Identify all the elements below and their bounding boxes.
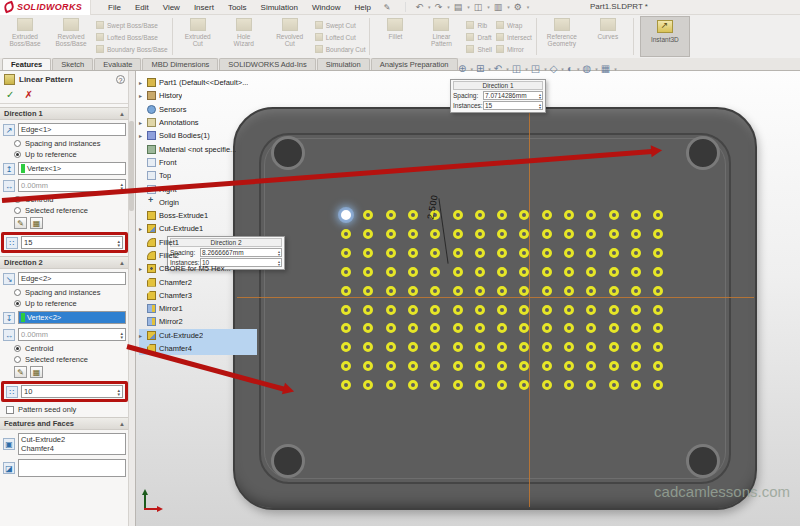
pattern-hole[interactable] [430, 342, 440, 352]
ribbon-small-button[interactable]: Lofted Boss/Base [94, 31, 170, 43]
direction2-reference-field[interactable]: Vertex<2> [18, 311, 126, 324]
pattern-hole[interactable] [453, 342, 463, 352]
pattern-hole[interactable] [363, 267, 373, 277]
pattern-hole[interactable] [408, 361, 418, 371]
tree-item[interactable]: Boss-Extrude1 [139, 209, 257, 222]
pattern-hole[interactable] [497, 305, 507, 315]
toggle-button[interactable]: ▦ [30, 217, 43, 229]
radio-icon[interactable] [14, 356, 21, 363]
pattern-hole[interactable] [564, 323, 574, 333]
hud-icon[interactable]: ▦ [601, 63, 610, 74]
quick-access-icon[interactable]: ↶ [416, 2, 424, 12]
pattern-hole[interactable] [586, 229, 596, 239]
pattern-hole[interactable] [497, 229, 507, 239]
section-features-faces[interactable]: Features and Faces ▲ [0, 417, 129, 430]
dropdown-caret-icon[interactable]: ▾ [488, 66, 491, 72]
ribbon-button[interactable]: Linear Pattern [418, 16, 464, 57]
pattern-hole[interactable] [631, 210, 641, 220]
pattern-hole[interactable] [386, 342, 396, 352]
pattern-hole[interactable] [609, 342, 619, 352]
corner-hole[interactable] [271, 136, 305, 170]
pattern-hole[interactable] [363, 361, 373, 371]
pattern-hole[interactable] [586, 248, 596, 258]
dropdown-caret-icon[interactable]: ▾ [527, 4, 530, 10]
pattern-hole[interactable] [564, 267, 574, 277]
tree-item[interactable]: ▸ Solid Bodies(1) [139, 129, 257, 142]
pattern-hole[interactable] [631, 305, 641, 315]
tree-item[interactable]: Mirror2 [139, 315, 257, 328]
pattern-hole[interactable] [653, 342, 663, 352]
panel-scrollbar-thumb[interactable] [129, 121, 134, 211]
tab[interactable]: MBD Dimensions [142, 58, 218, 70]
pattern-hole[interactable] [341, 380, 351, 390]
pattern-hole[interactable] [408, 210, 418, 220]
ribbon-small-button[interactable]: Draft [464, 31, 493, 43]
pattern-hole[interactable] [475, 248, 485, 258]
menu-item[interactable]: File [101, 2, 128, 13]
pattern-hole[interactable] [631, 286, 641, 296]
dropdown-caret-icon[interactable]: ▾ [506, 66, 509, 72]
ribbon-small-button[interactable]: Lofted Cut [313, 31, 368, 43]
pattern-hole[interactable] [453, 229, 463, 239]
pattern-hole[interactable] [564, 286, 574, 296]
faces-list[interactable] [18, 459, 126, 477]
direction2-instances-field[interactable]: 10 ▴▾ [21, 385, 123, 398]
toggle-button[interactable]: ✎ [14, 366, 27, 378]
radio-spacing-instances[interactable]: Spacing and instances [0, 138, 129, 148]
pattern-hole[interactable] [542, 267, 552, 277]
hud-icon[interactable]: ⊞ [476, 63, 484, 74]
pattern-hole[interactable] [564, 342, 574, 352]
spinner[interactable]: ▴▾ [539, 93, 541, 99]
radio-up-to-reference[interactable]: Up to reference [0, 298, 129, 308]
radio-selected-reference[interactable]: Selected reference [0, 354, 129, 364]
dropdown-caret-icon[interactable]: ▾ [577, 66, 580, 72]
pattern-hole[interactable] [475, 361, 485, 371]
pattern-hole[interactable] [430, 248, 440, 258]
pattern-hole[interactable] [609, 210, 619, 220]
pattern-hole[interactable] [408, 323, 418, 333]
pattern-hole[interactable] [363, 305, 373, 315]
pattern-hole[interactable] [586, 305, 596, 315]
pattern-hole[interactable] [631, 323, 641, 333]
tree-item[interactable]: Fillet1 [139, 236, 257, 249]
panel-scrollbar[interactable] [128, 71, 135, 526]
expand-caret-icon[interactable]: ▸ [139, 119, 147, 126]
pattern-hole[interactable] [408, 229, 418, 239]
tree-item[interactable]: Sensors [139, 103, 257, 116]
tree-item[interactable]: Origin [139, 196, 257, 209]
pattern-hole[interactable] [497, 267, 507, 277]
expand-caret-icon[interactable]: ▸ [139, 265, 147, 272]
ribbon-button[interactable]: Extruded Cut [175, 16, 221, 57]
radio-icon[interactable] [14, 207, 21, 214]
dropdown-caret-icon[interactable]: ▾ [525, 66, 528, 72]
features-list-item[interactable]: Cut-Extrude2 [21, 435, 123, 444]
pattern-hole[interactable] [341, 286, 351, 296]
tab[interactable]: Features [2, 58, 51, 70]
pattern-hole[interactable] [564, 229, 574, 239]
pattern-hole[interactable] [430, 267, 440, 277]
pattern-hole[interactable] [363, 229, 373, 239]
direction2-offset-field[interactable]: 0.00mm ▴▾ [18, 328, 126, 341]
pattern-hole[interactable] [430, 361, 440, 371]
pattern-hole[interactable] [408, 342, 418, 352]
pattern-hole[interactable] [542, 380, 552, 390]
ribbon-button[interactable]: Fillet [372, 16, 418, 57]
pattern-hole[interactable] [475, 323, 485, 333]
menu-item[interactable]: View [156, 2, 187, 13]
pattern-hole[interactable] [609, 267, 619, 277]
pattern-hole[interactable] [497, 210, 507, 220]
collapse-caret-icon[interactable]: ▲ [119, 260, 125, 266]
direction2-edge-field[interactable]: Edge<2> [18, 272, 126, 285]
pattern-hole[interactable] [653, 380, 663, 390]
ribbon-button[interactable]: Reference Geometry [539, 16, 585, 57]
menu-item[interactable]: Insert [187, 2, 221, 13]
ribbon-small-button[interactable]: Boundary Cut [313, 43, 368, 55]
corner-hole[interactable] [271, 444, 305, 478]
pattern-hole[interactable] [586, 286, 596, 296]
pattern-hole[interactable] [519, 323, 529, 333]
dropdown-caret-icon[interactable]: ▾ [487, 4, 490, 10]
pattern-hole[interactable] [653, 286, 663, 296]
pattern-hole[interactable] [475, 286, 485, 296]
pattern-seed-only-row[interactable]: Pattern seed only [0, 403, 129, 414]
pattern-hole[interactable] [475, 267, 485, 277]
